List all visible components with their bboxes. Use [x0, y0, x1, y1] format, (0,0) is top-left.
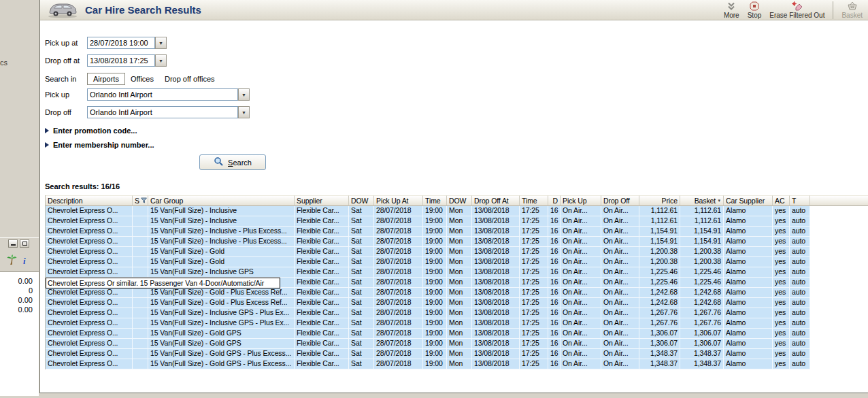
column-header-pickup[interactable]: Pick Up: [561, 195, 601, 206]
table-row[interactable]: Chevrolet Express O...15 Van(Full Size) …: [46, 298, 868, 308]
dropoff-combobox[interactable]: Orlando Intl Airport: [87, 106, 238, 118]
minimize-button[interactable]: [8, 239, 18, 248]
cell-dropoff_at: 13/08/2018: [472, 216, 520, 227]
cell-basket: 1,154.91: [680, 227, 724, 237]
cell-description: Chevrolet Express O...: [46, 206, 133, 216]
column-header-dow2[interactable]: DOW: [447, 195, 472, 206]
table-row[interactable]: Chevrolet Express O...15 Van(Full Size) …: [46, 308, 868, 318]
cell-pickup: On Air...: [561, 318, 601, 329]
column-header-dow1[interactable]: DOW: [349, 195, 374, 206]
dropoff-combo-dropdown-button[interactable]: ▼: [238, 106, 250, 118]
table-row[interactable]: Chevrolet Express O...15 Van(Full Size) …: [46, 349, 868, 359]
cell-dow2: Mon: [447, 349, 472, 359]
cell-time1: 19:00: [423, 278, 447, 288]
cell-t: auto: [790, 237, 810, 247]
table-row[interactable]: Chevrolet Express O...15 Van(Full Size) …: [46, 329, 868, 339]
table-row[interactable]: Chevrolet Express O...15 Van(Full Size) …: [46, 227, 868, 237]
info-icon[interactable]: i: [23, 256, 26, 265]
pickup-at-dropdown-button[interactable]: ▼: [155, 37, 167, 49]
column-header-basket[interactable]: Basket▼: [680, 195, 724, 206]
cell-pickup: On Air...: [561, 349, 601, 359]
column-header-price[interactable]: Price: [639, 195, 680, 206]
cell-ac: yes: [773, 318, 790, 329]
cell-price: 1,267.76: [639, 308, 680, 318]
pickup-combo-dropdown-button[interactable]: ▼: [238, 88, 250, 101]
cell-t: auto: [790, 339, 810, 349]
column-header-s[interactable]: S: [133, 195, 148, 206]
stop-button[interactable]: Stop: [748, 1, 762, 19]
cell-car_supplier: Alamo: [724, 247, 773, 257]
cell-dropoff: On Air...: [601, 237, 639, 247]
column-header-car_group[interactable]: Car Group: [148, 195, 295, 206]
results-body: Chevrolet Express Or similar. 15 Passeng…: [46, 206, 868, 369]
tab-dropoff-offices[interactable]: Drop off offices: [159, 73, 220, 84]
table-row[interactable]: Chevrolet Express O...15 Van(Full Size) …: [46, 267, 868, 278]
pickup-at-input[interactable]: 28/07/2018 19:00: [87, 37, 155, 49]
table-row[interactable]: Chevrolet Express O...15 Van(Full Size) …: [46, 247, 868, 257]
column-header-t[interactable]: T: [790, 195, 810, 206]
promotion-code-expander[interactable]: Enter promotion code...: [45, 127, 137, 135]
cell-d: 16: [548, 267, 561, 278]
column-header-dropoff_at[interactable]: Drop Off At: [472, 195, 520, 206]
cell-time2: 17:25: [520, 227, 548, 237]
cell-t: auto: [790, 288, 810, 298]
column-header-time1[interactable]: Time: [423, 195, 447, 206]
table-row[interactable]: Chevrolet Express O...15 Van(Full Size) …: [46, 237, 868, 247]
cell-ac: yes: [773, 329, 790, 339]
cell-dropoff: On Air...: [601, 206, 639, 216]
toolbar: More Stop Erase Filtered Out: [724, 1, 863, 19]
table-row[interactable]: Chevrolet Express O...15 Van(Full Size) …: [46, 216, 868, 227]
column-header-car_supplier[interactable]: Car Supplier: [724, 195, 773, 206]
table-row[interactable]: Chevrolet Express O...15 Van(Full Size) …: [46, 318, 868, 329]
cell-dow2: Mon: [447, 206, 472, 216]
cell-pickup_at: 28/07/2018: [374, 359, 423, 369]
restore-button[interactable]: [20, 239, 29, 248]
car-hire-window: Car Hire Search Results More Stop: [39, 0, 868, 393]
table-row[interactable]: Chevrolet Express O...15 Van(Full Size) …: [46, 257, 868, 267]
column-header-d[interactable]: D: [548, 195, 561, 206]
row-filler: [810, 267, 868, 278]
table-row[interactable]: Chevrolet Express O...15 Van(Full Size) …: [46, 359, 868, 369]
chevron-down-icon: ▼: [241, 110, 246, 115]
membership-number-expander[interactable]: Enter membership number...: [45, 141, 154, 149]
cell-supplier: Flexible Car...: [295, 237, 349, 247]
column-header-supplier[interactable]: Supplier: [295, 195, 349, 206]
stop-icon: [750, 1, 759, 12]
column-header-dropoff[interactable]: Drop Off: [601, 195, 639, 206]
cell-time1: 19:00: [423, 359, 447, 369]
cell-time1: 19:00: [423, 288, 447, 298]
cell-ac: yes: [773, 278, 790, 288]
cell-pickup_at: 28/07/2018: [374, 288, 423, 298]
search-button[interactable]: Search: [199, 154, 266, 170]
column-header-time2[interactable]: Time: [520, 195, 548, 206]
cell-time1: 19:00: [423, 247, 447, 257]
dropoff-at-dropdown-button[interactable]: ▼: [155, 54, 167, 67]
cell-dow2: Mon: [447, 278, 472, 288]
cell-description: Chevrolet Express O...: [46, 237, 133, 247]
cell-dow1: Sat: [349, 247, 374, 257]
cell-s: [133, 329, 148, 339]
search-button-label: Search: [228, 159, 252, 167]
table-row[interactable]: Chevrolet Express O...15 Van(Full Size) …: [46, 288, 868, 298]
cell-t: auto: [790, 359, 810, 369]
cell-time1: 19:00: [423, 237, 447, 247]
column-header-ac[interactable]: AC: [773, 195, 790, 206]
dropoff-at-input[interactable]: 13/08/2018 17:25: [87, 54, 155, 67]
palm-tree-icon[interactable]: [7, 254, 17, 267]
cell-description: Chevrolet Express O...: [46, 359, 133, 369]
cell-dow2: Mon: [447, 318, 472, 329]
tab-airports[interactable]: Airports: [87, 73, 125, 85]
pickup-combobox[interactable]: Orlando Intl Airport: [87, 88, 238, 101]
column-header-pickup_at[interactable]: Pick Up At: [374, 195, 423, 206]
table-row[interactable]: Chevrolet Express O...15 Van(Full Size) …: [46, 206, 868, 216]
cell-car_group: 15 Van(Full Size) - Inclusive: [148, 216, 295, 227]
table-row[interactable]: Chevrolet Express O...15 Van(Full Size) …: [46, 339, 868, 349]
erase-filtered-out-button[interactable]: Erase Filtered Out: [769, 1, 824, 19]
cell-pickup: On Air...: [561, 247, 601, 257]
tab-offices[interactable]: Offices: [125, 73, 159, 84]
row-filler: [810, 288, 868, 298]
cell-car_group: 15 Van(Full Size) - Inclusive GPS - Plus…: [148, 308, 295, 318]
more-button[interactable]: More: [724, 1, 739, 19]
row-filler: [810, 247, 868, 257]
column-header-description[interactable]: Description: [46, 195, 133, 206]
